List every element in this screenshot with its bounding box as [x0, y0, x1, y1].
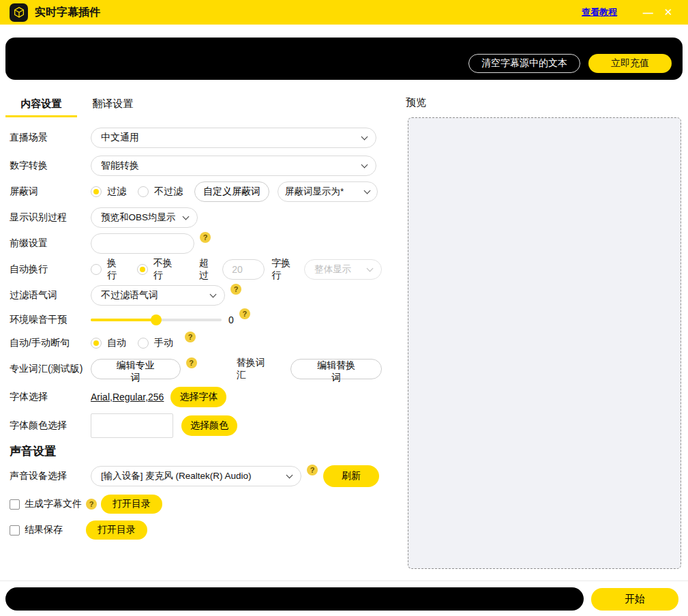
replace-vocab-label: 替换词汇 [237, 357, 275, 381]
wrap-mode-select[interactable]: 整体显示 [304, 259, 382, 280]
blocked-words-display-value: 屏蔽词显示为* [285, 186, 344, 198]
noise-value: 0 [228, 314, 234, 325]
choose-font-button[interactable]: 选择字体 [170, 387, 226, 407]
row-blocked-words: 屏蔽词 过滤 不过滤 自定义屏蔽词 屏蔽词显示为* [10, 179, 382, 205]
row-result-save: 结果保存 打开目录 [10, 517, 382, 543]
row-sound-device: 声音设备选择 [输入设备] 麦克风 (Realtek(R) Audio) ? 刷… [10, 461, 382, 491]
radio-manual-break-label[interactable]: 手动 [154, 337, 173, 349]
settings-panel: 内容设置 翻译设置 直播场景 中文通用 数字转换 智能转换 [0, 94, 382, 569]
chevron-down-icon [210, 291, 217, 298]
tabs: 内容设置 翻译设置 [0, 94, 382, 117]
font-color-label: 字体颜色选择 [10, 420, 91, 432]
edit-replace-words-button[interactable]: 编辑替换词 [290, 359, 382, 379]
radio-no-filter[interactable] [138, 186, 149, 197]
tutorial-link[interactable]: 查看教程 [582, 6, 617, 18]
refresh-button[interactable]: 刷新 [323, 465, 379, 487]
help-icon[interactable]: ? [86, 499, 97, 510]
preview-panel: 预览 [382, 94, 688, 569]
filler-filter-label: 过滤语气词 [10, 289, 91, 302]
edit-pro-words-button[interactable]: 编辑专业词 [91, 359, 181, 379]
sound-device-select[interactable]: [输入设备] 麦克风 (Realtek(R) Audio) [91, 466, 301, 486]
sound-device-label: 声音设备选择 [10, 470, 91, 482]
noise-slider[interactable] [91, 314, 222, 325]
filler-filter-select[interactable]: 不过滤语气词 [91, 285, 225, 306]
row-noise: 环境噪音干预 0 ? [10, 308, 382, 332]
live-scene-select[interactable]: 中文通用 [91, 128, 376, 148]
row-subtitle-file: 生成字幕文件 ? 打开目录 [10, 491, 382, 517]
noise-slider-fill [91, 319, 156, 321]
help-icon[interactable]: ? [200, 232, 211, 243]
open-result-dir-button[interactable]: 打开目录 [86, 520, 147, 540]
wrap-count-input[interactable] [222, 259, 265, 280]
live-scene-label: 直播场景 [10, 132, 91, 144]
minimize-button[interactable]: — [638, 7, 658, 18]
row-font-color: 字体颜色选择 选择颜色 [10, 411, 382, 441]
choose-color-button[interactable]: 选择颜色 [181, 415, 237, 436]
close-button[interactable]: ✕ [658, 6, 678, 18]
recognition-display-select[interactable]: 预览和OBS均显示 [91, 207, 198, 228]
sound-section-title: 声音设置 [10, 443, 56, 459]
radio-filter-label[interactable]: 过滤 [107, 186, 126, 198]
current-font-link[interactable]: Arial,Regular,256 [91, 392, 164, 402]
start-button[interactable]: 开始 [591, 588, 678, 611]
prefix-input[interactable] [91, 233, 194, 254]
footer: 开始 [0, 581, 688, 611]
sentence-break-label: 自动/手动断句 [10, 337, 91, 349]
number-convert-value: 智能转换 [101, 160, 139, 172]
cube-icon [13, 6, 25, 18]
auto-wrap-label: 自动换行 [10, 263, 91, 276]
radio-wrap-label[interactable]: 换行 [107, 257, 125, 282]
result-save-label[interactable]: 结果保存 [25, 524, 63, 536]
font-color-input[interactable] [91, 413, 173, 438]
pro-vocab-label: 专业词汇(测试版) [10, 363, 91, 375]
row-font: 字体选择 Arial,Regular,256 选择字体 [10, 383, 382, 411]
custom-blocked-words-button[interactable]: 自定义屏蔽词 [194, 181, 269, 202]
chevron-down-icon [364, 188, 371, 194]
prefix-label: 前缀设置 [10, 237, 91, 250]
noise-label: 环境噪音干预 [10, 314, 91, 326]
preview-area [408, 117, 681, 569]
help-icon[interactable]: ? [230, 284, 241, 295]
chevron-down-icon [361, 162, 368, 168]
radio-wrap[interactable] [91, 264, 102, 275]
subtitle-file-label[interactable]: 生成字幕文件 [25, 498, 82, 510]
chevron-down-icon [286, 472, 293, 479]
row-pro-vocab: 专业词汇(测试版) 编辑专业词 ? 替换词汇 编辑替换词 [10, 355, 382, 383]
wrap-suffix-label: 字换行 [271, 257, 299, 282]
help-icon[interactable]: ? [185, 332, 196, 342]
help-icon[interactable]: ? [186, 357, 197, 368]
radio-no-wrap[interactable] [137, 264, 148, 275]
radio-no-wrap-label[interactable]: 不换行 [153, 257, 181, 282]
radio-no-filter-label[interactable]: 不过滤 [154, 186, 183, 198]
radio-filter[interactable] [91, 186, 102, 197]
row-number-convert: 数字转换 智能转换 [10, 153, 382, 179]
result-save-checkbox[interactable] [10, 525, 20, 536]
tab-content-settings[interactable]: 内容设置 [5, 94, 77, 117]
row-sentence-break: 自动/手动断句 自动 手动 ? [10, 332, 382, 355]
tab-translate-settings[interactable]: 翻译设置 [77, 94, 149, 117]
noise-slider-thumb[interactable] [151, 314, 162, 325]
subtitle-file-checkbox[interactable] [10, 499, 20, 510]
number-convert-select[interactable]: 智能转换 [91, 156, 376, 176]
radio-auto-break-label[interactable]: 自动 [107, 337, 126, 349]
top-banner: 清空字幕源中的文本 立即充值 [5, 38, 683, 80]
recharge-button[interactable]: 立即充值 [588, 54, 672, 73]
row-live-scene: 直播场景 中文通用 [10, 123, 382, 153]
recognition-display-value: 预览和OBS均显示 [101, 211, 176, 224]
blocked-words-display-select[interactable]: 屏蔽词显示为* [278, 181, 378, 202]
sound-device-value: [输入设备] 麦克风 (Realtek(R) Audio) [101, 470, 252, 482]
radio-manual-break[interactable] [138, 338, 149, 349]
help-icon[interactable]: ? [307, 465, 318, 475]
clear-subtitle-source-button[interactable]: 清空字幕源中的文本 [468, 54, 580, 73]
over-label: 超过 [199, 257, 218, 282]
preview-title: 预览 [406, 96, 688, 109]
font-label: 字体选择 [10, 391, 91, 403]
row-auto-wrap: 自动换行 换行 不换行 超过 字换行 整体显示 [10, 256, 382, 282]
recognition-display-label: 显示识别过程 [10, 211, 91, 224]
open-subtitle-dir-button[interactable]: 打开目录 [101, 495, 162, 514]
help-icon[interactable]: ? [239, 308, 250, 319]
radio-auto-break[interactable] [91, 338, 102, 349]
chevron-down-icon [367, 265, 374, 272]
live-scene-value: 中文通用 [101, 132, 139, 144]
titlebar: 实时字幕插件 查看教程 — ✕ [0, 0, 688, 25]
